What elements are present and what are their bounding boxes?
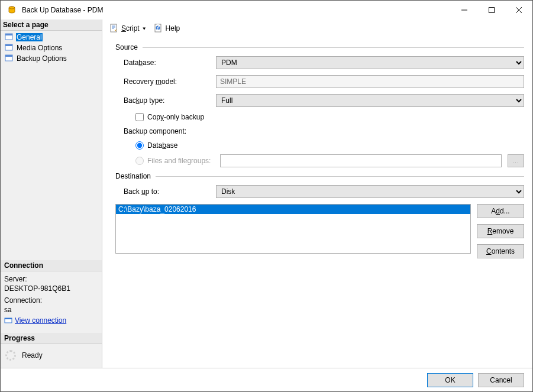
svg-rect-11 [5,55,12,57]
chevron-down-icon: ▼ [142,26,147,31]
svg-rect-9 [5,44,12,46]
minimize-button[interactable] [451,1,478,20]
copy-only-checkbox[interactable] [135,113,144,121]
help-icon: ? [154,24,163,33]
destination-group-title: Destination [115,172,156,180]
progress-panel: Progress Ready [1,327,102,368]
connection-link-icon [4,316,12,325]
server-value: DESKTOP-981Q6B1 [4,284,98,293]
destination-list[interactable]: C:\Bazy\baza_02062016 [115,204,471,254]
destination-group: Destination Back up to: Disk C:\Bazy\baz… [115,172,524,258]
connection-label: Connection: [4,296,98,304]
server-label: Server: [4,275,98,283]
connection-header: Connection [1,260,102,271]
page-icon [4,43,14,53]
script-button[interactable]: Script ▼ [107,22,149,34]
page-icon [4,33,14,42]
help-label: Help [166,24,180,33]
backup-type-label: Backup type: [115,96,216,105]
copy-only-label: Copy-only backup [147,113,204,121]
ok-button[interactable]: OK [427,373,473,387]
files-filegroups-label: Files and filegroups: [147,157,211,165]
script-label: Script [121,24,140,33]
backup-type-select[interactable]: Full [216,94,524,107]
page-list: General Media Options Backup Options [1,31,102,69]
page-icon [4,54,14,63]
window-title: Back Up Database - PDM [20,6,451,14]
connection-value: sa [4,306,98,314]
database-icon [4,5,20,15]
svg-rect-7 [5,34,12,35]
page-label: General [16,33,43,41]
script-icon [109,24,119,33]
database-label: Database: [115,59,216,67]
svg-text:?: ? [156,24,160,31]
close-button[interactable] [505,1,532,20]
backup-to-label: Back up to: [115,187,216,196]
progress-status: Ready [22,351,43,359]
database-select[interactable]: PDM [216,56,524,69]
remove-button[interactable]: Remove [477,224,524,238]
page-label: Media Options [16,44,63,52]
files-filegroups-radio [135,157,144,165]
page-item-media-options[interactable]: Media Options [1,43,102,53]
source-group: Source Database: PDM Recovery model: Bac… [115,43,524,167]
database-radio-label: Database [147,141,177,150]
page-item-general[interactable]: General [1,32,102,43]
filegroups-field [220,154,502,167]
maximize-button[interactable] [478,1,505,20]
svg-rect-13 [5,318,12,319]
progress-ring-icon [5,350,16,361]
toolbar: Script ▼ ? Help [102,20,532,37]
filegroups-browse-button[interactable]: ... [508,154,524,167]
svg-rect-3 [489,8,495,13]
connection-panel: Connection Server: DESKTOP-981Q6B1 Conne… [1,255,102,327]
recovery-model-label: Recovery model: [115,77,216,86]
cancel-button[interactable]: Cancel [478,373,524,387]
page-item-backup-options[interactable]: Backup Options [1,53,102,64]
progress-header: Progress [1,333,102,344]
recovery-model-field [216,75,524,88]
destination-item[interactable]: C:\Bazy\baza_02062016 [116,205,470,214]
select-page-header: Select a page [1,20,102,31]
backup-to-select[interactable]: Disk [216,185,524,198]
source-group-title: Source [115,43,143,51]
help-button[interactable]: ? Help [151,22,183,34]
contents-button[interactable]: Contents [477,244,524,258]
database-radio[interactable] [135,141,144,150]
sidebar: Select a page General Media Options Back… [1,20,102,368]
footer: OK Cancel [1,368,532,391]
add-button[interactable]: Add... [477,204,524,218]
content-pane: Script ▼ ? Help Source Database: [102,20,532,368]
page-label: Backup Options [16,54,67,63]
backup-component-label: Backup component: [115,127,216,135]
view-connection-link[interactable]: View connection [15,316,66,325]
title-bar: Back Up Database - PDM [1,1,532,20]
